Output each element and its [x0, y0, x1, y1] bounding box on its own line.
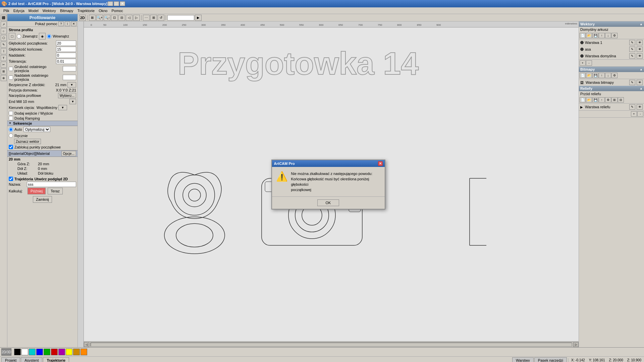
- swatch-black[interactable]: [14, 349, 21, 355]
- tab-pasek[interactable]: Pasek narzędzi: [534, 357, 567, 362]
- bezpieczne-dropdown[interactable]: ▼: [67, 82, 76, 87]
- bitmap-vis-btn[interactable]: 👁: [637, 80, 643, 85]
- redraw-btn[interactable]: ↺: [158, 15, 164, 21]
- bitmapy-btn6[interactable]: ⚙: [611, 73, 618, 78]
- tool-icon-4[interactable]: ⬡: [1, 35, 7, 41]
- relief-edit-btn[interactable]: ✎: [629, 104, 635, 110]
- reliefy-btn2[interactable]: 📂: [586, 97, 592, 103]
- view-2d-btn[interactable]: 2D: [79, 15, 86, 21]
- menu-okno[interactable]: Okno: [97, 8, 109, 13]
- sekwencje-arrow[interactable]: ▼: [9, 122, 12, 125]
- warstwa-1-item[interactable]: Warstwa 1 ✎ 👁: [579, 39, 644, 46]
- end-mill-dropdown[interactable]: ▼: [69, 99, 76, 104]
- nazwa-input[interactable]: [27, 182, 76, 187]
- profile-icon-outer[interactable]: □: [9, 33, 15, 40]
- kierunek-dropdown[interactable]: ▼: [58, 105, 67, 110]
- wektory-properties-btn[interactable]: ⚙: [611, 33, 618, 38]
- reliefy-btn4[interactable]: ↑: [599, 97, 605, 103]
- przod-reliefu-item[interactable]: Przód reliefu: [579, 91, 644, 97]
- bitmap-edit-btn[interactable]: ✎: [629, 80, 635, 85]
- bitmapy-collapse[interactable]: ▲: [640, 68, 643, 71]
- radio-auto[interactable]: [9, 127, 13, 132]
- radio-reczne[interactable]: [9, 133, 13, 138]
- speed-arrow[interactable]: ▶: [195, 15, 202, 21]
- swatch-cyan[interactable]: [29, 349, 36, 355]
- swatch-orange[interactable]: [80, 349, 87, 355]
- help-info-btn[interactable]: i: [65, 21, 70, 26]
- radio-wewnatrz[interactable]: [47, 34, 51, 39]
- glebokos-poczatkowa-input[interactable]: [56, 41, 76, 46]
- traj-checkbox[interactable]: [9, 177, 13, 181]
- menu-trajektorie[interactable]: Trajektorie: [75, 8, 97, 13]
- view-toggle-btn[interactable]: 2D/3D: [1, 348, 11, 356]
- nadd-checkbox[interactable]: [9, 75, 13, 80]
- canvas-area[interactable]: milimetres 0 50 100 150 200 250 300 350 …: [78, 21, 579, 347]
- swatch-purple[interactable]: [58, 349, 65, 355]
- menu-edycja[interactable]: Edycja: [11, 8, 26, 13]
- reliefy-action2[interactable]: -: [637, 111, 643, 117]
- speed-input[interactable]: [167, 15, 194, 20]
- zaznacz-btn[interactable]: Zaznacz wektor: [14, 139, 41, 144]
- swatch-yellow[interactable]: [66, 349, 72, 355]
- help-btn[interactable]: ?: [58, 21, 64, 26]
- zablokuj-checkbox[interactable]: [9, 145, 13, 149]
- warstwa-domyslna-edit-btn[interactable]: ✎: [629, 53, 635, 59]
- tolerancja-input[interactable]: [56, 59, 76, 64]
- bitmapy-btn3[interactable]: 💾: [592, 73, 598, 78]
- zoom-extents-btn[interactable]: ⊟: [118, 15, 125, 21]
- radio-zewnatrz[interactable]: [17, 34, 21, 39]
- close-btn[interactable]: ✕: [120, 1, 125, 6]
- reliefy-collapse[interactable]: ▲: [640, 87, 643, 90]
- maximize-btn[interactable]: □: [114, 1, 119, 6]
- grub-input[interactable]: [63, 66, 76, 71]
- tool-icon-8[interactable]: ✂: [1, 62, 7, 68]
- wejscie-checkbox[interactable]: [9, 111, 13, 115]
- swatch-orange-dark[interactable]: [73, 349, 80, 355]
- teraz-btn[interactable]: Teraz: [48, 188, 63, 194]
- tool-icon-3[interactable]: ○: [1, 28, 7, 34]
- warstwa-1-edit-btn[interactable]: ✎: [629, 40, 635, 45]
- snap-btn[interactable]: ⋯: [143, 15, 150, 21]
- tool-icon-6[interactable]: ⌇: [1, 48, 7, 54]
- nadd-input[interactable]: [63, 75, 76, 80]
- swatch-blue[interactable]: [36, 349, 43, 355]
- reliefy-btn3[interactable]: 💾: [592, 97, 598, 103]
- zoom-out-btn[interactable]: 🔍-: [104, 15, 110, 21]
- warstwa-domyslna-vis-btn[interactable]: 👁: [637, 53, 643, 59]
- zoom-select-btn[interactable]: ⊠: [89, 15, 96, 21]
- menu-bitmapy[interactable]: Bitmapy: [58, 8, 75, 13]
- swatch-red[interactable]: [51, 349, 58, 355]
- warstwy-btn2[interactable]: -: [586, 60, 592, 66]
- wektory-export-btn[interactable]: ↓: [605, 33, 611, 38]
- wektory-open-btn[interactable]: 📂: [586, 33, 592, 38]
- asa-vis-btn[interactable]: 👁: [637, 47, 643, 52]
- reliefy-btn1[interactable]: 📄: [580, 97, 586, 103]
- optymalizuj-select[interactable]: Optymalizuj: [23, 127, 50, 132]
- swatch-green[interactable]: [44, 349, 50, 355]
- tab-projekt[interactable]: Projekt: [1, 357, 20, 362]
- tab-asystent[interactable]: Asystent: [21, 357, 42, 362]
- asa-item[interactable]: asa ✎ 👁: [579, 46, 644, 53]
- wektory-new-btn[interactable]: 📄: [580, 33, 586, 38]
- warstwa-domyslna-item[interactable]: Warstwa domyślna ✎ 👁: [579, 53, 644, 59]
- ramping-checkbox[interactable]: [9, 116, 13, 120]
- profile-icon-inner[interactable]: ◈: [39, 33, 46, 40]
- warstwa-reliefu-item[interactable]: ▶ Warstwa reliefu ✎ 👁: [579, 104, 644, 110]
- wektory-save-btn[interactable]: 💾: [592, 33, 598, 38]
- bitmapy-btn1[interactable]: 📄: [580, 73, 586, 78]
- tool-icon-7[interactable]: T: [1, 55, 7, 61]
- relief-vis-btn[interactable]: 👁: [637, 104, 643, 110]
- menu-wektory[interactable]: Wektory: [41, 8, 58, 13]
- tool-icon-9[interactable]: ⊞: [1, 68, 7, 74]
- tool-icon-10[interactable]: ⊕: [1, 75, 7, 81]
- wektory-import-btn[interactable]: ↑: [599, 33, 605, 38]
- glebokos-koncowa-input[interactable]: [56, 47, 76, 52]
- bitmapy-btn4[interactable]: ↑: [599, 73, 605, 78]
- warstwa-1-vis-btn[interactable]: 👁: [637, 40, 643, 45]
- grub-checkbox[interactable]: [9, 67, 13, 71]
- zoom-previous-btn[interactable]: ◁: [126, 15, 132, 21]
- swatch-white[interactable]: [21, 349, 28, 355]
- reliefy-action1[interactable]: +: [631, 111, 637, 117]
- asa-edit-btn[interactable]: ✎: [629, 47, 635, 52]
- tab-trajektorie[interactable]: Trajektorie: [43, 357, 69, 362]
